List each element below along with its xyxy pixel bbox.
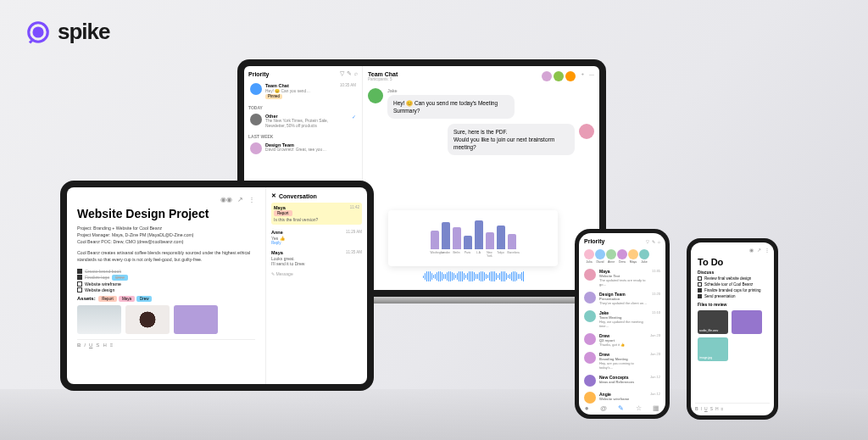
asset-thumb[interactable] [174, 305, 218, 334]
inbox-item[interactable]: JakeTeam MeetingHey, we updated the meet… [579, 308, 665, 331]
filter-icon[interactable]: ▽ [340, 70, 344, 77]
inbox-item[interactable]: Other The New York Times, Protein Sale, … [248, 111, 358, 131]
bold-icon[interactable]: B [695, 406, 698, 411]
asset-thumb[interactable] [77, 305, 121, 334]
list-icon[interactable]: ≡ [721, 406, 724, 411]
italic-icon[interactable]: I [84, 343, 86, 348]
inbox-item[interactable]: New ConceptsIdeas and ReferencesJun 12 [579, 372, 665, 389]
checkbox-item[interactable]: Finalize branded cups for printing [691, 287, 774, 293]
contact-avatar[interactable]: Maya [628, 249, 638, 264]
avatars-icon[interactable]: ◉◉ [220, 196, 232, 203]
more-icon[interactable]: ⋯ [589, 71, 594, 81]
asset-thumb[interactable] [125, 305, 170, 334]
more-icon[interactable]: ⋮ [765, 247, 770, 253]
contact-avatar[interactable]: Anne [606, 249, 616, 264]
strike-icon[interactable]: S [96, 343, 99, 348]
underline-icon[interactable]: U [704, 406, 708, 411]
file-thumb[interactable]: audio_file.wav [698, 310, 728, 334]
more-icon[interactable]: ⋮ [248, 196, 255, 203]
inbox-item[interactable]: AngieWebsite wireframeJun 12 [579, 389, 665, 406]
inbox-item[interactable]: Design Team David Growretz: Great, see y… [248, 140, 358, 157]
checkbox-item[interactable]: Review final website design [691, 276, 774, 281]
chat-message: Sure, here is the PDF. Would you like to… [368, 124, 594, 155]
contact-avatar[interactable]: Julia [584, 249, 594, 264]
inbox-item[interactable]: Design TeamPresentationThey've updated t… [579, 289, 665, 308]
checkbox-item[interactable]: Website wireframe [77, 281, 255, 287]
list-icon[interactable]: ≡ [110, 343, 114, 348]
file-thumb[interactable] [732, 310, 762, 334]
compose-button[interactable]: ✎ [618, 404, 624, 412]
home-icon[interactable]: ● [585, 404, 589, 412]
checkbox-item[interactable]: Website design [77, 287, 255, 292]
avatar [368, 88, 383, 103]
filter-icon[interactable]: ▽ [646, 239, 649, 244]
brand-name: spike [58, 19, 110, 45]
compose-icon[interactable]: ✎ [347, 70, 352, 77]
conversation-item[interactable]: Anne11:29 AMYes 👍Reply [271, 230, 362, 245]
inbox-item[interactable]: MayaWebsite TextThe updated texts are re… [579, 266, 665, 289]
star-icon[interactable]: ☆ [636, 404, 642, 412]
close-icon[interactable]: ✕ [271, 192, 276, 199]
phone-device-1: Priority ▽ ✎ ⌕ JuliaDavidAnneDrewMayaJak… [575, 229, 670, 419]
share-icon[interactable]: ↗ [237, 196, 243, 203]
conversation-item[interactable]: Maya11:42ReportIs this the final version… [271, 203, 362, 225]
contact-avatar[interactable]: David [595, 249, 605, 264]
phone-device-2: ◉ ↗ ⋮ To Do Discuss Review final website… [687, 238, 778, 420]
inbox-item[interactable]: DrewBranding MeetingHey, are you coming … [579, 349, 665, 372]
calendar-icon[interactable]: ▦ [653, 404, 659, 412]
doc-title: Website Design Project [77, 207, 255, 220]
avatar [579, 124, 594, 139]
search-icon[interactable]: ⌕ [354, 70, 358, 77]
svg-point-1 [34, 28, 42, 36]
contact-avatar[interactable]: Jake [639, 249, 649, 264]
brand-logo: spike [25, 19, 110, 45]
strike-icon[interactable]: S [710, 406, 713, 411]
heading-icon[interactable]: H [715, 406, 719, 411]
search-icon[interactable]: ⌕ [658, 239, 660, 244]
avatar[interactable]: ◉ [749, 247, 754, 253]
avatar[interactable] [554, 71, 564, 81]
underline-icon[interactable]: U [89, 343, 92, 348]
bold-icon[interactable]: B [77, 343, 81, 348]
compose-input[interactable]: Message [275, 271, 292, 276]
checkbox-item[interactable]: Send presentation [691, 293, 774, 299]
chat-message: Jake Hey! 😊 Can you send me today's Meet… [368, 88, 594, 119]
chat-title: Team Chat [368, 71, 398, 77]
italic-icon[interactable]: I [701, 406, 702, 411]
heading-icon[interactable]: H [103, 343, 106, 348]
inbox-item[interactable]: Team Chat Hey! 😊 Can you send… Pinned 10… [248, 81, 358, 103]
note-title: To Do [691, 257, 774, 267]
mentions-icon[interactable]: @ [600, 404, 607, 412]
audio-waveform[interactable] [388, 270, 558, 283]
share-icon[interactable]: ↗ [757, 247, 761, 253]
add-icon[interactable]: + [581, 71, 584, 81]
inbox-item[interactable]: DrewQ3 reportThanks, got it 👍Jun 23 [579, 331, 665, 349]
checkbox-item[interactable]: Finalize logoDrew [77, 275, 255, 281]
compose-icon[interactable]: ✎ [652, 239, 655, 244]
conversation-item[interactable]: Maya11:35 AMLooks great. I'll send it to… [271, 250, 362, 266]
inbox-title: Priority [248, 71, 270, 77]
checkbox-item[interactable]: Create brand book [77, 269, 255, 274]
checkbox-item[interactable]: Schedule tour of Cool Beanz [691, 281, 774, 287]
avatar[interactable] [542, 71, 552, 81]
tablet-device: ◉◉ ↗ ⋮ Website Design Project Project: B… [60, 181, 374, 391]
chat-panel: Team Chat Participants: 5 + ⋯ Jake [363, 66, 599, 290]
spike-logo-icon [25, 19, 51, 45]
contact-avatar[interactable]: Drew [617, 249, 627, 264]
chart-attachment[interactable]: WashingtonLondonBerlinParisL.ANew YorkTo… [388, 210, 558, 266]
file-thumb[interactable]: image.jpg [698, 337, 728, 361]
avatar[interactable] [565, 71, 576, 81]
